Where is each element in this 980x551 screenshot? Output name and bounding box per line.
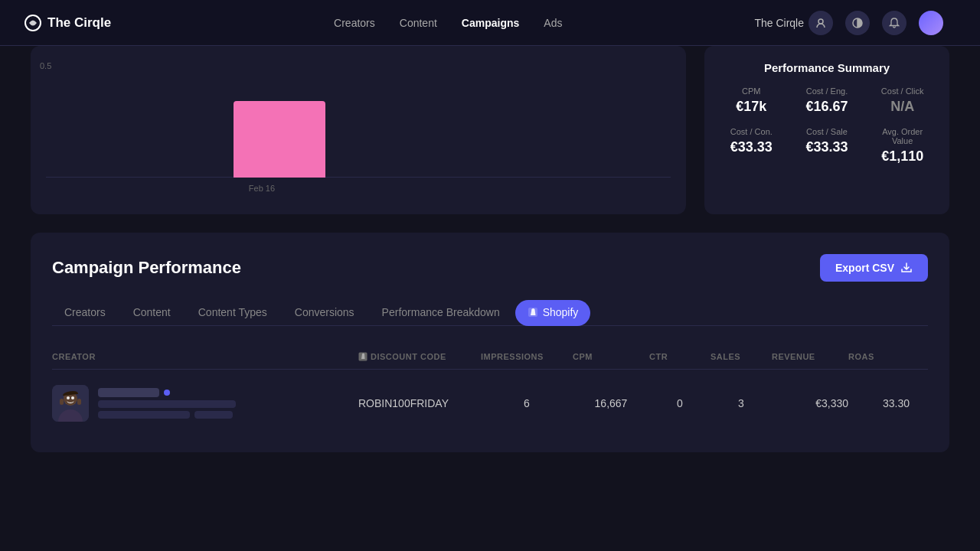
perf-cost-sale: Cost / Sale €33.33 xyxy=(795,127,859,165)
tabs: Creators Content Content Types Conversio… xyxy=(52,300,928,326)
th-cpm: CPM xyxy=(573,352,649,361)
td-cpm: 16,667 xyxy=(573,397,649,409)
perf-cost-eng-value: €16.67 xyxy=(795,99,859,115)
creator-verified-badge xyxy=(164,390,170,396)
tab-creators[interactable]: Creators xyxy=(52,300,118,326)
svg-rect-10 xyxy=(77,399,81,405)
shopify-icon xyxy=(528,307,538,318)
notifications-icon[interactable] xyxy=(882,11,906,35)
main-content: 0.5 Feb 16 Performance Summary CPM €17k … xyxy=(0,46,980,551)
svg-point-8 xyxy=(71,396,74,399)
performance-summary: Performance Summary CPM €17k Cost / Eng.… xyxy=(704,46,949,214)
perf-cost-click: Cost / Click N/A xyxy=(871,86,934,115)
creator-detail-blur-3 xyxy=(194,411,233,419)
perf-cost-con: Cost / Con. €33.33 xyxy=(720,127,783,165)
perf-cost-sale-label: Cost / Sale xyxy=(795,127,859,136)
nav-org: The Cirqle xyxy=(754,11,833,35)
perf-cpm: CPM €17k xyxy=(720,86,783,115)
campaign-title: Campaign Performance xyxy=(52,258,241,278)
th-revenue: REVENUE xyxy=(772,352,848,361)
svg-rect-9 xyxy=(60,399,64,405)
th-creator: CREATOR xyxy=(52,352,358,361)
perf-cpm-value: €17k xyxy=(720,99,783,115)
td-sales: 3 xyxy=(710,397,772,409)
creator-name-blur xyxy=(98,388,159,397)
campaign-section: Campaign Performance Export CSV Creators… xyxy=(31,233,949,452)
perf-cost-eng-label: Cost / Eng. xyxy=(795,86,859,96)
export-icon xyxy=(900,262,913,274)
th-roas: ROAS xyxy=(848,352,910,361)
export-csv-label: Export CSV xyxy=(835,262,894,274)
user-avatar[interactable] xyxy=(919,11,943,35)
td-discount-code: ROBIN100FRIDAY xyxy=(358,397,481,409)
svg-point-7 xyxy=(67,396,70,399)
creator-cell xyxy=(52,385,358,422)
nav-links: Creators Content Campaigns Ads xyxy=(142,14,754,32)
creator-info xyxy=(98,388,236,419)
perf-summary-title: Performance Summary xyxy=(720,61,934,74)
chart-area: 0.5 Feb 16 xyxy=(31,46,686,214)
creator-avatar xyxy=(52,385,89,422)
table-row: ROBIN100FRIDAY 6 16,667 0 3 €3,330 33.30 xyxy=(52,376,928,431)
td-revenue: €3,330 xyxy=(772,397,848,409)
campaign-header: Campaign Performance Export CSV xyxy=(52,254,928,282)
logo-icon xyxy=(24,15,41,31)
nav-content[interactable]: Content xyxy=(400,14,437,32)
logo-text: The Cirqle xyxy=(47,15,111,31)
nav-right: The Cirqle xyxy=(754,11,956,35)
th-ctr: CTR xyxy=(649,352,710,361)
chart-section: 0.5 Feb 16 Performance Summary CPM €17k … xyxy=(31,46,949,214)
chart-bar xyxy=(234,101,325,178)
th-sales: SALES xyxy=(710,352,772,361)
shopify-small-icon xyxy=(358,352,368,361)
tab-conversions[interactable]: Conversions xyxy=(283,300,367,326)
chart-y-label: 0.5 xyxy=(40,61,51,70)
nav-campaigns[interactable]: Campaigns xyxy=(462,14,519,32)
perf-cpm-label: CPM xyxy=(720,86,783,96)
td-roas: 33.30 xyxy=(848,397,910,409)
tab-content-types[interactable]: Content Types xyxy=(186,300,279,326)
chart-canvas: Feb 16 xyxy=(46,73,671,196)
table-header: CREATOR DISCOUNT CODE IMPRESSIONS CPM CT… xyxy=(52,344,928,370)
org-icon[interactable] xyxy=(808,11,833,35)
perf-cost-con-label: Cost / Con. xyxy=(720,127,783,136)
nav-creators[interactable]: Creators xyxy=(334,14,375,32)
th-impressions: IMPRESSIONS xyxy=(481,352,573,361)
perf-avg-order: Avg. Order Value €1,110 xyxy=(871,127,934,165)
tab-performance-breakdown[interactable]: Performance Breakdown xyxy=(370,300,512,326)
perf-cost-eng: Cost / Eng. €16.67 xyxy=(795,86,859,115)
perf-cost-con-value: €33.33 xyxy=(720,139,783,155)
svg-point-1 xyxy=(818,19,823,24)
perf-grid: CPM €17k Cost / Eng. €16.67 Cost / Click… xyxy=(720,86,934,165)
theme-toggle-icon[interactable] xyxy=(845,11,870,35)
perf-cost-sale-value: €33.33 xyxy=(795,139,859,155)
perf-avg-order-value: €1,110 xyxy=(871,148,934,165)
creator-name-row xyxy=(98,388,236,397)
creator-detail-blur-2 xyxy=(98,411,190,419)
chart-x-label: Feb 16 xyxy=(249,184,275,193)
perf-cost-click-label: Cost / Click xyxy=(871,86,934,96)
creator-detail-blur-1 xyxy=(98,400,236,408)
chart-baseline xyxy=(46,177,671,178)
perf-avg-order-label: Avg. Order Value xyxy=(871,127,934,145)
th-discount-code: DISCOUNT CODE xyxy=(358,352,481,361)
export-csv-button[interactable]: Export CSV xyxy=(820,254,928,282)
td-ctr: 0 xyxy=(649,397,710,409)
perf-cost-click-value: N/A xyxy=(871,99,934,115)
nav-ads[interactable]: Ads xyxy=(544,14,562,32)
tab-content[interactable]: Content xyxy=(121,300,183,326)
navbar: The Cirqle Creators Content Campaigns Ad… xyxy=(0,0,980,46)
tab-shopify[interactable]: Shopify xyxy=(515,300,591,326)
td-impressions: 6 xyxy=(481,397,573,409)
logo[interactable]: The Cirqle xyxy=(24,15,111,31)
